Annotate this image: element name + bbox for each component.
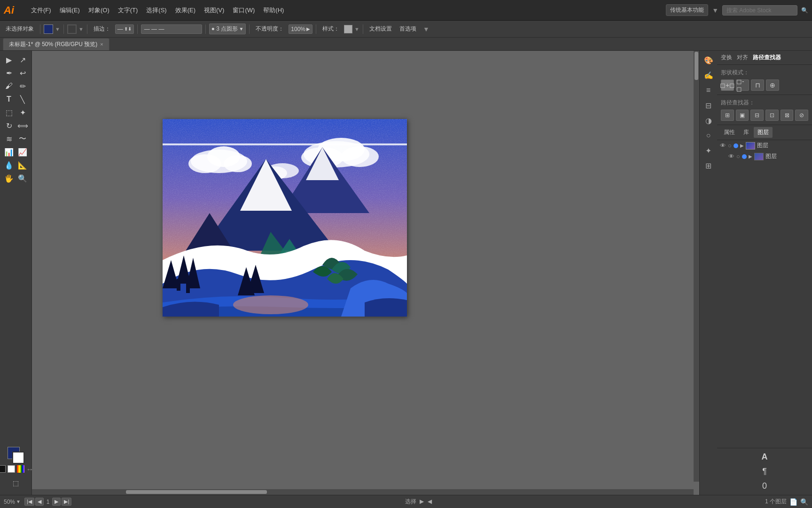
color-icon-btn[interactable]: 🎨 [702,54,716,67]
last-page-btn[interactable]: ▶| [62,498,71,506]
fill-dropdown-icon[interactable]: ▼ [55,26,60,32]
hand-tool[interactable]: 🖐 [3,172,16,184]
trim-btn[interactable]: ▣ [736,110,749,121]
first-page-btn[interactable]: |◀ [24,498,34,506]
white-color-btn[interactable] [8,465,15,473]
tab-pathfinder[interactable]: 路径查找器 [753,54,781,62]
outline-btn[interactable]: ⊠ [781,110,794,121]
opacity-more-icon[interactable]: ▶ [306,26,310,32]
color-mode-btn[interactable] [17,465,24,473]
bar-graph-tool[interactable]: 📈 [16,146,29,158]
status-back-icon[interactable]: ◀ [428,498,432,505]
measure-tool[interactable]: 📐 [16,159,29,171]
horizontal-scrollbar-thumb[interactable] [126,490,267,494]
direct-selection-tool[interactable]: ↗ [16,54,29,66]
black-color-btn[interactable] [0,465,6,473]
type-panel-icon[interactable]: A [758,450,772,464]
libraries-tab[interactable]: 库 [740,127,753,138]
crop-btn[interactable]: ⊡ [765,110,779,121]
tab-close-button[interactable]: × [100,41,103,47]
merge-btn[interactable]: ⊟ [750,110,764,121]
point-dropdown-icon[interactable]: ▼ [239,26,243,32]
column-graph-tool[interactable]: 📊 [3,146,16,158]
layer-name[interactable]: 图层 [757,142,768,150]
line-tool[interactable]: ╲ [16,93,29,105]
character-panel-icon[interactable]: 0 [758,479,771,493]
menu-effect[interactable]: 效果(E) [172,4,199,16]
exclude-btn[interactable]: ⊕ [766,79,779,91]
stroke-dropdown[interactable]: — ⬆⬇ [115,24,134,34]
reflect-tool[interactable]: ⟺ [16,119,29,132]
vertical-scrollbar[interactable] [694,51,699,482]
document-tab[interactable]: 未标题-1* @ 50% (RGB/GPU 预览) × [3,38,109,50]
workspace-dropdown-icon[interactable]: ▼ [712,7,718,14]
layers-tab[interactable]: 图层 [754,127,773,138]
stroke-color-swatch[interactable] [67,24,77,34]
menu-edit[interactable]: 编辑(E) [56,4,84,16]
artboard-tool[interactable]: ⬚ [13,477,19,489]
horizontal-scrollbar[interactable] [32,489,694,495]
layer2-visibility-icon[interactable]: 👁 [728,153,734,160]
layer-expand-icon[interactable]: ▶ [740,143,744,148]
align-icon-btn[interactable]: ⊟ [702,99,716,112]
divide-btn[interactable]: ⊞ [721,110,734,121]
vertical-scrollbar-thumb[interactable] [695,52,698,80]
zoom-tool[interactable]: 🔍 [16,172,29,184]
stroke-square[interactable] [12,452,24,464]
appearance-icon-btn[interactable]: ✦ [702,144,716,157]
doc-settings-button[interactable]: 文档设置 [367,24,395,34]
menu-file[interactable]: 文件(F) [27,4,55,16]
layer-delete-icon[interactable]: 🔍 [800,498,808,506]
menu-view[interactable]: 视图(V) [200,4,228,16]
stroke-icon-btn[interactable]: ≡ [702,84,716,97]
next-page-btn[interactable]: ▶ [52,498,61,506]
layer2-name[interactable]: 图层 [765,152,777,160]
zoom-value[interactable]: 50% [4,499,15,505]
stroke-width-input[interactable]: — — — [141,24,202,34]
minus-back-btn[interactable]: ⊘ [795,110,808,121]
prev-page-btn[interactable]: ◀ [35,498,44,506]
pen-tool[interactable]: ✒ [3,67,16,79]
type-tool[interactable]: T [3,93,16,105]
shaper-tool[interactable]: ✦ [16,106,29,119]
status-arrow-icon[interactable]: ▶ [420,498,424,505]
transform-icon-btn[interactable]: ○ [702,129,716,142]
layer-item-2[interactable]: 👁 ○ ▶ 图层 [717,151,812,162]
pathfinder-icon-btn[interactable]: ◑ [702,114,716,127]
tab-transform[interactable]: 变换 [721,54,732,62]
width-tool[interactable]: ≋ [3,133,16,145]
menu-object[interactable]: 对象(O) [85,4,113,16]
style-swatch[interactable] [344,25,352,33]
search-input[interactable] [722,5,797,16]
style-dropdown-icon[interactable]: ▼ [354,26,359,32]
stroke-stepper[interactable]: ⬆⬇ [124,26,132,32]
rectangle-tool[interactable]: ⬚ [3,106,16,119]
search-icon[interactable]: 🔍 [801,7,808,14]
menu-help[interactable]: 帮助(H) [259,4,288,16]
paragraph-panel-icon[interactable]: ¶ [758,465,771,478]
selection-tool[interactable]: ▶ [3,54,16,66]
layer2-expand-icon[interactable]: ▶ [749,154,752,159]
menu-select[interactable]: 选择(S) [142,4,170,16]
preferences-dropdown-icon[interactable]: ▼ [423,25,429,33]
layer-item-1[interactable]: 👁 ○ ▶ 图层 [717,140,812,151]
paintbrush-tool[interactable]: 🖌 [3,80,16,92]
rotate-tool[interactable]: ↻ [3,119,16,132]
point-type-dropdown[interactable]: ● 3 点圆形 ▼ [209,24,246,34]
properties-tab[interactable]: 属性 [720,127,739,138]
symbols-icon-btn[interactable]: ⊞ [702,159,716,172]
minus-front-btn[interactable]: ◻-◻ [736,79,749,91]
eyedropper-tool[interactable]: 💧 [3,159,16,171]
curvature-tool[interactable]: ↩ [16,67,29,79]
pencil-tool[interactable]: ✏ [16,80,29,92]
intersect-btn[interactable]: ⊓ [751,79,764,91]
canvas-area[interactable] [32,51,699,495]
workspace-button[interactable]: 传统基本功能 [666,4,708,16]
layer-visibility-icon[interactable]: 👁 [720,142,726,149]
unite-btn[interactable]: ◻+◻ [721,79,734,91]
opacity-dropdown[interactable]: 100% ▶ [289,24,312,34]
preferences-button[interactable]: 首选项 [397,24,419,34]
tab-align[interactable]: 对齐 [737,54,748,62]
zoom-dropdown-icon[interactable]: ▼ [16,499,21,504]
layer-add-icon[interactable]: 📄 [789,498,797,506]
